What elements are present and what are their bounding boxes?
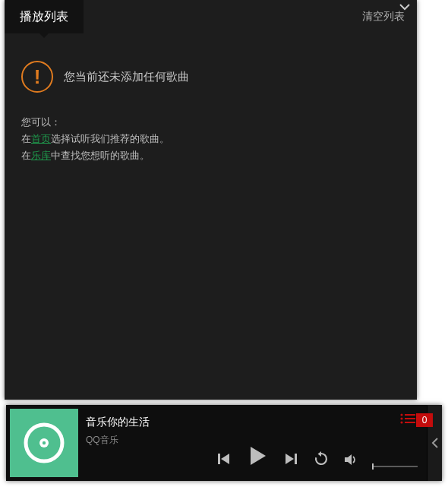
svg-rect-6 (405, 418, 415, 419)
album-art[interactable] (10, 409, 78, 477)
svg-marker-10 (221, 454, 229, 464)
empty-state: ! 您当前还未添加任何歌曲 您可以： 在首页选择试听我们推荐的歌曲。 在乐库中查… (5, 33, 417, 164)
panel-header: 播放列表 清空列表 (5, 0, 417, 33)
svg-point-3 (400, 413, 402, 416)
loop-button[interactable] (313, 451, 330, 467)
header-spacer (84, 0, 350, 33)
queue-indicator-group: 0 (399, 413, 433, 428)
svg-point-2 (43, 441, 46, 444)
player-controls: 0 (185, 405, 427, 481)
hint-intro: 您可以： (21, 114, 400, 131)
track-info: 音乐你的生活 QQ音乐 (86, 405, 185, 481)
svg-point-7 (400, 421, 402, 423)
queue-count-badge: 0 (416, 413, 433, 427)
svg-marker-12 (286, 454, 294, 464)
hint-line-2: 在乐库中查找您想听的歌曲。 (21, 147, 400, 164)
player-bar: 音乐你的生活 QQ音乐 0 (6, 405, 442, 481)
queue-button[interactable]: 0 (399, 413, 433, 428)
hint-lines: 您可以： 在首页选择试听我们推荐的歌曲。 在乐库中查找您想听的歌曲。 (21, 114, 400, 164)
warning-icon: ! (21, 61, 53, 93)
next-button[interactable] (282, 451, 299, 467)
hint2-pre: 在 (21, 150, 31, 161)
hint1-post: 选择试听我们推荐的歌曲。 (51, 133, 169, 144)
svg-rect-8 (405, 422, 415, 423)
svg-marker-14 (318, 451, 322, 457)
warning-row: ! 您当前还未添加任何歌曲 (21, 61, 400, 93)
svg-point-5 (400, 417, 402, 419)
svg-rect-9 (218, 454, 220, 464)
collapse-chevron-icon[interactable] (399, 3, 411, 11)
hint1-pre: 在 (21, 133, 31, 144)
hint2-post: 中查找您想听的歌曲。 (51, 150, 150, 161)
list-icon (399, 413, 416, 428)
warning-text: 您当前还未添加任何歌曲 (64, 70, 189, 84)
link-home[interactable]: 首页 (31, 133, 51, 144)
track-title: 音乐你的生活 (86, 416, 185, 429)
tab-playlist[interactable]: 播放列表 (5, 0, 84, 33)
volume-thumb[interactable] (372, 463, 374, 470)
track-artist: QQ音乐 (86, 434, 185, 447)
playlist-panel: 播放列表 清空列表 ! 您当前还未添加任何歌曲 您可以： 在首页选择试听我们推荐… (5, 0, 417, 400)
chevron-left-icon (431, 437, 439, 449)
prev-button[interactable] (216, 451, 232, 467)
volume-slider[interactable] (372, 466, 418, 467)
svg-marker-11 (251, 447, 266, 465)
hint-line-1: 在首页选择试听我们推荐的歌曲。 (21, 131, 400, 147)
clear-label: 清空列表 (362, 10, 405, 24)
link-library[interactable]: 乐库 (31, 150, 51, 161)
svg-marker-15 (345, 454, 352, 465)
svg-rect-4 (405, 414, 415, 416)
play-button[interactable] (246, 444, 269, 467)
tab-label: 播放列表 (20, 9, 68, 25)
svg-rect-13 (295, 454, 297, 464)
volume-button[interactable] (343, 452, 358, 467)
